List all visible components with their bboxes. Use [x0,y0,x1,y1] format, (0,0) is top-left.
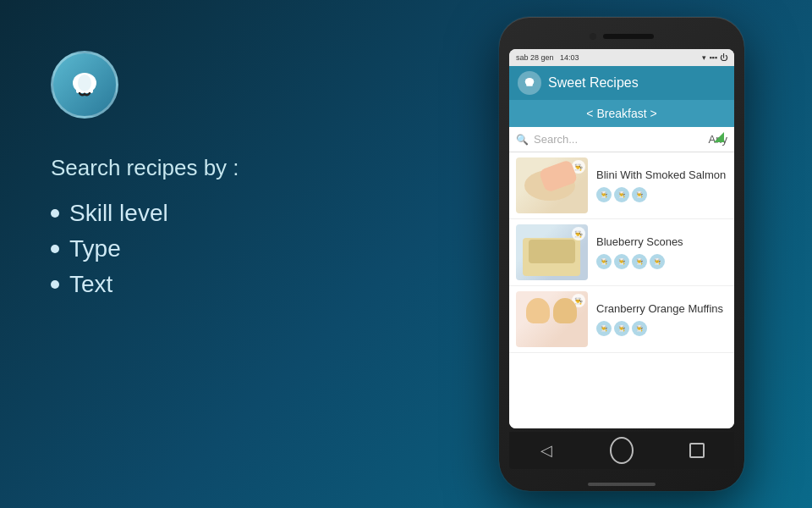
recipe-details: Cranberry Orange Muffins 👨‍🍳 👨‍🍳 👨‍🍳 [596,302,727,337]
status-datetime: sab 28 gen 14:03 [516,53,579,62]
recipe-thumb-badge: 👨‍🍳 [572,227,585,240]
home-button[interactable] [610,439,634,462]
skill-dot-1: 👨‍🍳 [596,321,612,336]
skill-dot-1: 👨‍🍳 [596,254,612,269]
recipe-item[interactable]: 👨‍🍳 Blueberry Scones 👨‍🍳 👨‍🍳 👨‍🍳 👨‍🍳 [509,219,734,286]
app-title: Sweet Recipes [548,75,639,91]
recents-square-icon [689,443,705,458]
phone-nav-bar: ◁ [509,432,734,469]
chef-hat-icon [64,64,105,105]
skill-dot-2: 👨‍🍳 [614,187,629,202]
bullet-icon [51,209,59,218]
search-input[interactable]: Search... [534,133,704,146]
skill-rating: 👨‍🍳 👨‍🍳 👨‍🍳 👨‍🍳 [596,254,727,269]
phone-bottom-area [509,469,734,500]
recipe-thumbnail: 👨‍🍳 [516,157,588,213]
recipe-item[interactable]: 👨‍🍳 Blini With Smoked Salmon 👨‍🍳 👨‍🍳 👨‍🍳 [509,152,734,219]
feature-skill: Skill level [69,200,168,227]
skill-rating: 👨‍🍳 👨‍🍳 👨‍🍳 [596,187,727,202]
skill-dot-3: 👨‍🍳 [632,321,647,336]
app-logo-icon [518,71,541,95]
home-indicator [588,483,656,486]
recipe-title: Blini With Smoked Salmon [596,168,727,183]
feature-type: Type [69,235,121,262]
recipe-thumbnail: 👨‍🍳 [516,224,588,280]
status-bar: sab 28 gen 14:03 ▾ ▪▪▪ ⏻ [509,49,734,66]
left-panel: Search recipes by : Skill level Type Tex… [51,51,372,306]
camera-dot [590,33,596,40]
signal-icon: ▪▪▪ [709,53,717,62]
recipe-title: Blueberry Scones [596,235,727,250]
speaker-grille [603,34,654,39]
back-button[interactable]: ◁ [535,439,558,462]
recipe-details: Blueberry Scones 👨‍🍳 👨‍🍳 👨‍🍳 👨‍🍳 [596,235,727,270]
wifi-icon: ▾ [702,53,706,62]
search-icon: 🔍 [516,134,529,146]
skill-dot-2: 👨‍🍳 [614,321,629,336]
category-nav[interactable]: < Breakfast > [509,100,734,127]
list-item: Type [51,235,372,262]
search-bar: 🔍 Search... Any [509,127,734,152]
list-item: Text [51,271,372,298]
recipe-thumb-badge: 👨‍🍳 [572,294,585,307]
skill-dot-4: 👨‍🍳 [650,254,665,269]
feature-list: Skill level Type Text [51,200,372,298]
recipe-title: Cranberry Orange Muffins [596,302,727,317]
skill-rating: 👨‍🍳 👨‍🍳 👨‍🍳 [596,321,727,336]
logo [51,51,118,119]
filter-indicator [714,132,724,142]
list-item: Skill level [51,200,372,227]
phone-mockup: sab 28 gen 14:03 ▾ ▪▪▪ ⏻ [499,17,744,491]
skill-dot-3: 👨‍🍳 [632,187,647,202]
svg-rect-4 [526,84,533,86]
phone-body: sab 28 gen 14:03 ▾ ▪▪▪ ⏻ [499,17,744,491]
svg-point-2 [78,75,91,91]
tagline: Search recipes by : [51,152,372,183]
battery-icon: ⏻ [720,53,727,62]
phone-screen: sab 28 gen 14:03 ▾ ▪▪▪ ⏻ [509,49,734,428]
recents-button[interactable] [685,439,709,462]
chef-hat-small-icon [522,75,537,91]
recipe-thumb-badge: 👨‍🍳 [572,160,585,174]
skill-dot-3: 👨‍🍳 [632,254,647,269]
status-icons: ▾ ▪▪▪ ⏻ [702,53,727,62]
recipe-item[interactable]: 👨‍🍳 Cranberry Orange Muffins 👨‍🍳 👨‍🍳 👨‍🍳 [509,286,734,353]
skill-dot-1: 👨‍🍳 [596,187,612,202]
category-label: < Breakfast > [586,107,656,120]
recipe-thumbnail: 👨‍🍳 [516,291,588,347]
phone-top [509,27,734,46]
recipe-details: Blini With Smoked Salmon 👨‍🍳 👨‍🍳 👨‍🍳 [596,168,727,203]
skill-dot-2: 👨‍🍳 [614,254,629,269]
back-arrow-icon: ◁ [540,441,552,460]
app-bar: Sweet Recipes [509,66,734,100]
bullet-icon [51,280,59,289]
feature-text: Text [69,271,112,298]
bullet-icon [51,245,59,253]
recipe-list: 👨‍🍳 Blini With Smoked Salmon 👨‍🍳 👨‍🍳 👨‍🍳 [509,152,734,428]
home-circle-icon [610,437,634,464]
